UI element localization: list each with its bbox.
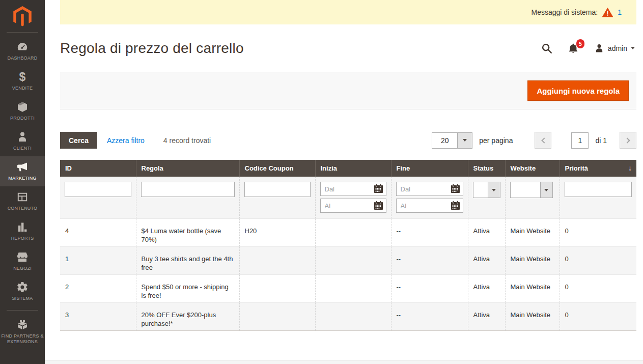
page-size-select[interactable]: 20 bbox=[432, 132, 472, 149]
filter-cell-codice_coupon bbox=[239, 177, 315, 219]
next-page-button[interactable] bbox=[620, 132, 636, 149]
sidebar-nav: DASHBOARD$VENDITEPRODOTTICLIENTIMARKETIN… bbox=[0, 36, 45, 350]
column-header-inizia[interactable]: Inizia bbox=[315, 160, 391, 177]
sidebar-item-prodotti[interactable]: PRODOTTI bbox=[0, 96, 45, 126]
page-actions-toolbar: Aggiungi nuova regola bbox=[60, 72, 636, 109]
column-header-regola[interactable]: Regola bbox=[136, 160, 239, 177]
column-header-label: Codice Coupon bbox=[245, 164, 294, 172]
filter-cell-regola bbox=[136, 177, 239, 219]
filter-select-status[interactable] bbox=[473, 182, 500, 198]
cell-website: Main Website bbox=[505, 219, 560, 247]
prev-page-button[interactable] bbox=[535, 132, 551, 149]
calendar-icon[interactable] bbox=[374, 184, 384, 194]
column-header-website[interactable]: Website bbox=[505, 160, 560, 177]
chevron-left-icon bbox=[541, 137, 547, 143]
cell-inizia bbox=[315, 303, 391, 331]
notifications-button[interactable]: 5 bbox=[568, 43, 579, 54]
current-page-input[interactable] bbox=[571, 132, 589, 149]
table-row[interactable]: 4$4 Luma water bottle (save 70%)H20--Att… bbox=[60, 219, 636, 247]
search-submit-button[interactable]: Cerca bbox=[60, 132, 97, 149]
system-messages-count-link[interactable]: 1 bbox=[618, 8, 622, 16]
sidebar-item-label: NEGOZI bbox=[13, 266, 32, 271]
sidebar-divider bbox=[7, 32, 38, 33]
filter-cell-id bbox=[60, 177, 136, 219]
column-header-label: Fine bbox=[397, 164, 410, 172]
cell-regola: $4 Luma water bottle (save 70%) bbox=[136, 219, 239, 247]
sidebar-item-negozi[interactable]: NEGOZI bbox=[0, 246, 45, 276]
sort-desc-icon: ↓ bbox=[628, 164, 632, 172]
filter-date-from-fine bbox=[396, 182, 463, 196]
table-row[interactable]: 2Spend $50 or more - shipping is free!--… bbox=[60, 275, 636, 303]
column-header-status[interactable]: Status bbox=[468, 160, 505, 177]
column-header-label: Priorità bbox=[565, 164, 589, 172]
sidebar-item-dashboard[interactable]: DASHBOARD bbox=[0, 36, 45, 66]
cell-priorita: 0 bbox=[560, 275, 636, 303]
cell-fine: -- bbox=[391, 247, 468, 275]
column-header-fine[interactable]: Fine bbox=[391, 160, 468, 177]
sidebar-item-clienti[interactable]: CLIENTI bbox=[0, 126, 45, 156]
filter-date-to-inizia bbox=[320, 199, 386, 213]
customers-icon bbox=[16, 131, 29, 143]
sidebar-item-find-partners[interactable]: FIND PARTNERS & EXTENSIONS bbox=[0, 314, 45, 350]
sidebar-item-reports[interactable]: REPORTS bbox=[0, 216, 45, 246]
sidebar-item-label: REPORTS bbox=[11, 236, 34, 241]
content-icon bbox=[16, 191, 29, 203]
cell-fine: -- bbox=[391, 275, 468, 303]
table-header-row: IDRegolaCodice CouponIniziaFineStatusWeb… bbox=[60, 160, 636, 177]
main-content: Messaggi di sistema: 1 Regola di prezzo … bbox=[45, 0, 643, 364]
search-button[interactable] bbox=[541, 43, 552, 54]
system-messages-bar: Messaggi di sistema: 1 bbox=[60, 0, 636, 24]
footer-bar bbox=[45, 360, 643, 364]
cell-id: 4 bbox=[60, 219, 136, 247]
cell-fine: -- bbox=[391, 219, 468, 247]
filter-input-priorita[interactable] bbox=[565, 182, 632, 197]
admin-user-menu[interactable]: admin bbox=[594, 43, 635, 53]
sidebar-item-sistema[interactable]: SISTEMA bbox=[0, 276, 45, 306]
page-header: Regola di prezzo del carrello 5 admin bbox=[45, 24, 643, 72]
reset-filter-link[interactable]: Azzera filtro bbox=[107, 136, 145, 145]
records-found: 4 record trovati bbox=[163, 136, 211, 145]
header-actions: 5 admin bbox=[541, 43, 635, 54]
cell-codice_coupon: H20 bbox=[239, 219, 315, 247]
filter-cell-website bbox=[505, 177, 560, 219]
filter-input-regola[interactable] bbox=[141, 182, 235, 197]
cell-id: 3 bbox=[60, 303, 136, 331]
sidebar-item-marketing[interactable]: MARKETING bbox=[0, 156, 45, 186]
system-icon bbox=[16, 281, 29, 293]
per-page-label: per pagina bbox=[479, 136, 513, 145]
column-header-id[interactable]: ID bbox=[60, 160, 136, 177]
cell-priorita: 0 bbox=[560, 247, 636, 275]
filter-input-id[interactable] bbox=[65, 182, 131, 197]
cell-website: Main Website bbox=[505, 303, 560, 331]
magento-logo[interactable] bbox=[0, 0, 45, 29]
sidebar-divider bbox=[7, 310, 38, 311]
grid-controls-right: 20 per pagina di 1 bbox=[432, 132, 636, 149]
filter-input-codice_coupon[interactable] bbox=[244, 182, 311, 197]
select-value bbox=[473, 182, 488, 198]
add-new-rule-button[interactable]: Aggiungi nuova regola bbox=[527, 80, 629, 101]
cell-website: Main Website bbox=[505, 275, 560, 303]
column-header-priorita[interactable]: Priorità↓ bbox=[560, 160, 636, 177]
products-icon bbox=[16, 101, 29, 113]
table-filter-row bbox=[60, 177, 636, 219]
calendar-icon[interactable] bbox=[451, 201, 461, 211]
cell-website: Main Website bbox=[505, 247, 560, 275]
reports-icon bbox=[16, 221, 29, 233]
calendar-icon[interactable] bbox=[374, 201, 384, 211]
cell-codice_coupon bbox=[239, 247, 315, 275]
dashboard-icon bbox=[16, 41, 29, 53]
cell-regola: Buy 3 tee shirts and get the 4th free bbox=[136, 247, 239, 275]
filter-select-website[interactable] bbox=[510, 182, 553, 198]
column-header-label: Regola bbox=[142, 164, 163, 172]
calendar-icon[interactable] bbox=[451, 184, 461, 194]
sidebar-item-contenuto[interactable]: CONTENUTO bbox=[0, 186, 45, 216]
column-header-codice_coupon[interactable]: Codice Coupon bbox=[239, 160, 315, 177]
table-row[interactable]: 1Buy 3 tee shirts and get the 4th free--… bbox=[60, 247, 636, 275]
sidebar-item-vendite[interactable]: $VENDITE bbox=[0, 66, 45, 96]
caret-down-icon bbox=[488, 182, 500, 198]
page-size-value: 20 bbox=[432, 133, 457, 148]
filter-date-to-fine bbox=[396, 199, 463, 213]
table-row[interactable]: 320% OFF Ever $200-plus purchase!*--Atti… bbox=[60, 303, 636, 331]
cell-status: Attiva bbox=[468, 275, 505, 303]
cell-fine: -- bbox=[391, 303, 468, 331]
